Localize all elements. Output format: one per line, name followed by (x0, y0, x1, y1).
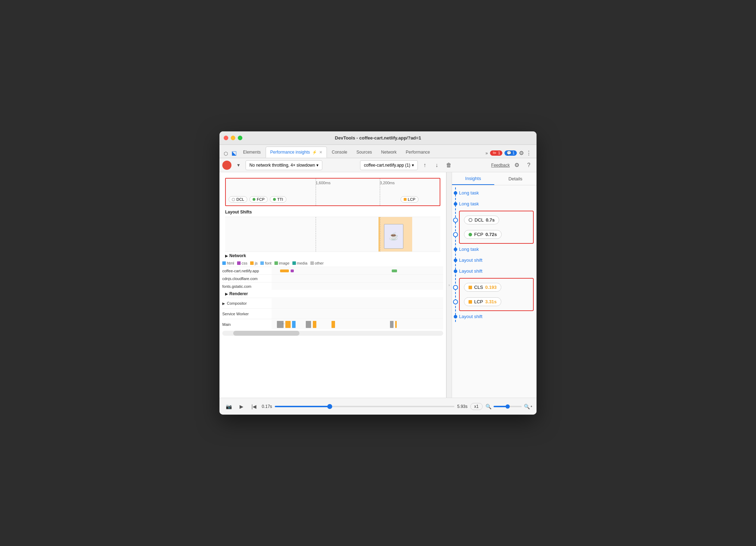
layout-shift-link-2[interactable]: Layout shift (459, 268, 483, 274)
zoom-out-icon[interactable]: 🔍 (485, 404, 491, 409)
lcp-metric-value: 3.31s (485, 299, 497, 304)
network-row-2: fonts.gstatic.com (222, 282, 443, 290)
tab-insights[interactable]: Insights (452, 172, 494, 185)
dcl-chip[interactable]: DCL (229, 196, 247, 203)
cls-metric-label: CLS (474, 285, 483, 290)
long-task-link-3[interactable]: Long task (459, 247, 479, 252)
zoom-control: 🔍 🔍+ (485, 404, 532, 409)
tab-performance[interactable]: Performance (402, 147, 434, 158)
zoom-in-icon[interactable]: 🔍+ (524, 404, 532, 409)
fcp-metric-row: FCP 0.72s (460, 227, 533, 242)
legend-dot-other (310, 261, 314, 265)
tab-network[interactable]: Network (377, 147, 401, 158)
error-badge: ⛔ 1 (490, 150, 502, 156)
tab-extras: » ⛔ 1 💬 1 ⚙ ⋮ (483, 150, 534, 158)
layout-shifts-area: ☕ (225, 217, 440, 252)
network-throttle-dropdown[interactable]: No network throttling, 4× slowdown ▾ (246, 160, 322, 170)
more-options-icon[interactable]: ⋮ (526, 150, 532, 156)
legend-media-label: media (297, 261, 308, 265)
insights-tabs: Insights Details (452, 172, 537, 185)
devtools-window: DevTools - coffee-cart.netlify.app/?ad=1… (219, 131, 537, 415)
scrollbar-thumb[interactable] (233, 331, 299, 336)
tab-performance-insights[interactable]: Performance insights ⚡ ✕ (266, 147, 327, 158)
panel-collapse-handle[interactable]: › (446, 172, 452, 398)
record-button[interactable] (222, 161, 231, 170)
tab-console[interactable]: Console (328, 147, 352, 158)
tab-elements[interactable]: Elements (239, 147, 265, 158)
download-icon[interactable]: ↓ (432, 160, 442, 170)
lcp-chip[interactable]: LCP (401, 196, 419, 203)
horizontal-scrollbar[interactable] (222, 331, 443, 336)
tab-network-label: Network (381, 150, 397, 155)
cls-lcp-highlight-box: CLS 0.193 LCP 3.31s (459, 278, 534, 311)
insight-item-0: Long task (459, 187, 537, 198)
more-tabs-icon[interactable]: » (485, 151, 488, 156)
feedback-link[interactable]: Feedback (491, 163, 510, 168)
network-label: Network (229, 253, 246, 258)
cls-metric-row: CLS 0.193 (460, 280, 533, 294)
dots-indicator: ... (282, 321, 285, 325)
tab-close-icon[interactable]: ✕ (319, 150, 322, 155)
play-button[interactable]: ▶ (236, 402, 246, 411)
network-toggle-icon: ▶ (225, 254, 228, 258)
window-title: DevTools - coffee-cart.netlify.app/?ad=1 (335, 135, 421, 141)
dropdown-arrow[interactable]: ▼ (234, 160, 243, 170)
legend-js-label: js (255, 261, 258, 265)
legend-media: media (292, 261, 308, 265)
dcl-circle (453, 218, 458, 223)
settings-icon[interactable]: ⚙ (519, 150, 524, 156)
layout-shift-link-1[interactable]: Layout shift (459, 258, 483, 263)
service-worker-track (272, 309, 443, 319)
network-section: ▶ Network html css js (219, 252, 446, 290)
maximize-button[interactable] (238, 136, 242, 140)
insight-item-9: Layout shift (459, 311, 537, 322)
legend-dot-image (274, 261, 278, 265)
message-badge: 💬 1 (504, 150, 517, 156)
playback-end-time: 5.93s (457, 404, 467, 409)
tab-details[interactable]: Details (494, 172, 537, 185)
fcp-chip[interactable]: FCP (249, 196, 268, 203)
tti-label: TTI (277, 197, 283, 201)
renderer-section-header[interactable]: ▶ Renderer (222, 290, 443, 298)
network-row-0: coffee-cart.netlify.app (222, 267, 443, 274)
network-row-label-2: fonts.gstatic.com (222, 284, 272, 288)
skip-to-start-button[interactable]: |◀ (249, 402, 259, 411)
cls-dot (469, 286, 472, 289)
dcl-metric-value: 0.7s (486, 217, 495, 223)
long-task-link-1[interactable]: Long task (459, 190, 479, 196)
ls-dashed-1 (316, 217, 316, 252)
upload-icon[interactable]: ↑ (420, 160, 430, 170)
playback-slider[interactable] (275, 406, 454, 407)
title-bar: DevTools - coffee-cart.netlify.app/?ad=1 (219, 131, 537, 145)
gear-icon[interactable]: ⚙ (512, 160, 522, 170)
insight-item-4: Long task (459, 244, 537, 255)
main-bar-2 (285, 321, 291, 328)
layout-shift-link-3[interactable]: Layout shift (459, 314, 483, 319)
dcl-metric-label: DCL (475, 217, 484, 223)
zoom-slider[interactable] (494, 406, 522, 407)
dcl-lcp-highlight-box: DCL 0.7s FCP 0.72s (459, 211, 534, 244)
screenshot-toggle-button[interactable]: 📷 (224, 402, 234, 411)
insights-list: Long task Long task (452, 185, 537, 398)
legend-font-label: font (265, 261, 271, 265)
tti-chip[interactable]: TTI (270, 196, 286, 203)
minimize-button[interactable] (231, 136, 235, 140)
long-task-link-2[interactable]: Long task (459, 201, 479, 206)
network-section-header[interactable]: ▶ Network (222, 252, 443, 260)
tab-sources[interactable]: Sources (352, 147, 376, 158)
layout-shifts-label: Layout Shifts (222, 207, 443, 217)
timeline-header: 1,600ms 3,200ms DCL FCP TTI (225, 178, 440, 206)
url-dropdown[interactable]: coffee-cart.netlify.app (1) ▾ (360, 160, 418, 170)
delete-icon[interactable]: 🗑 (444, 160, 454, 170)
network-bar-area-2 (272, 283, 443, 290)
network-row-1: cdnjs.cloudflare.com (222, 274, 443, 282)
lcp-indicator (404, 198, 407, 201)
help-icon[interactable]: ? (524, 160, 534, 170)
close-button[interactable] (224, 136, 228, 140)
legend-css: css (237, 261, 248, 265)
fcp-metric-value: 0.72s (485, 232, 497, 237)
legend-dot-css (237, 261, 241, 265)
url-dropdown-arrow: ▾ (412, 163, 414, 168)
timeline-panel: 1,600ms 3,200ms DCL FCP TTI (219, 172, 446, 398)
speed-badge: x1 (470, 403, 483, 410)
